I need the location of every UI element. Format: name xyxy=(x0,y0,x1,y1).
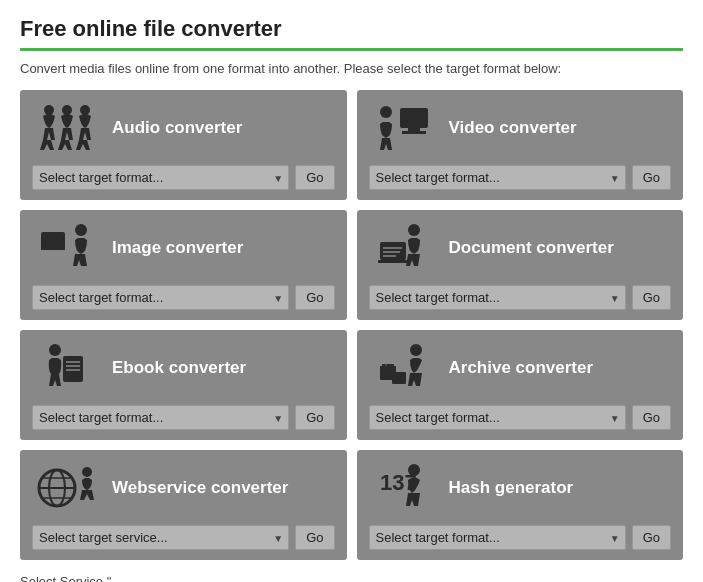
video-go-button[interactable]: Go xyxy=(632,165,671,190)
ebook-select-wrapper[interactable]: Select target format... xyxy=(32,405,289,430)
svg-text:137: 137 xyxy=(380,470,417,495)
webservice-go-button[interactable]: Go xyxy=(295,525,334,550)
hash-go-button[interactable]: Go xyxy=(632,525,671,550)
audio-card-title: Audio converter xyxy=(112,118,242,138)
ebook-format-select[interactable]: Select target format... xyxy=(32,405,289,430)
audio-go-button[interactable]: Go xyxy=(295,165,334,190)
image-card-title: Image converter xyxy=(112,238,243,258)
svg-point-9 xyxy=(75,224,87,236)
document-card-title: Document converter xyxy=(449,238,614,258)
page-subtitle: Convert media files online from one form… xyxy=(20,61,683,76)
ebook-card: Ebook converter Select target format... … xyxy=(20,330,347,440)
archive-card-header: Archive converter xyxy=(369,340,672,395)
svg-rect-12 xyxy=(378,260,408,263)
hash-card: 137 Hash generator Select target format.… xyxy=(357,450,684,560)
audio-card-header: Audio converter xyxy=(32,100,335,155)
webservice-card-title: Webservice converter xyxy=(112,478,288,498)
video-card-title: Video converter xyxy=(449,118,577,138)
video-card: Video converter Select target format... … xyxy=(357,90,684,200)
hash-card-header: 137 Hash generator xyxy=(369,460,672,515)
svg-point-6 xyxy=(380,106,392,118)
audio-card-footer: Select target format... Go xyxy=(32,165,335,190)
audio-card: Audio converter Select target format... … xyxy=(20,90,347,200)
archive-select-wrapper[interactable]: Select target format... xyxy=(369,405,626,430)
document-go-button[interactable]: Go xyxy=(632,285,671,310)
hash-card-footer: Select target format... Go xyxy=(369,525,672,550)
image-go-button[interactable]: Go xyxy=(295,285,334,310)
video-icon xyxy=(369,100,439,155)
webservice-format-select[interactable]: Select target service... xyxy=(32,525,289,550)
archive-card: Archive converter Select target format..… xyxy=(357,330,684,440)
hash-select-wrapper[interactable]: Select target format... xyxy=(369,525,626,550)
image-icon xyxy=(32,220,102,275)
svg-rect-25 xyxy=(392,372,406,384)
webservice-icon xyxy=(32,460,102,515)
svg-point-1 xyxy=(62,105,72,115)
document-select-wrapper[interactable]: Select target format... xyxy=(369,285,626,310)
hash-card-title: Hash generator xyxy=(449,478,574,498)
image-card-footer: Select target format... Go xyxy=(32,285,335,310)
archive-card-footer: Select target format... Go xyxy=(369,405,672,430)
ebook-card-footer: Select target format... Go xyxy=(32,405,335,430)
svg-point-32 xyxy=(82,467,92,477)
video-select-wrapper[interactable]: Select target format... xyxy=(369,165,626,190)
video-card-footer: Select target format... Go xyxy=(369,165,672,190)
svg-point-21 xyxy=(71,375,75,379)
ebook-card-header: Ebook converter xyxy=(32,340,335,395)
ebook-go-button[interactable]: Go xyxy=(295,405,334,430)
svg-rect-24 xyxy=(382,364,394,368)
archive-format-select[interactable]: Select target format... xyxy=(369,405,626,430)
image-card: Image converter Select target format... … xyxy=(20,210,347,320)
svg-point-22 xyxy=(410,344,422,356)
svg-point-16 xyxy=(49,344,61,356)
document-icon xyxy=(369,220,439,275)
document-card-footer: Select target format... Go xyxy=(369,285,672,310)
converter-grid: Audio converter Select target format... … xyxy=(20,90,683,560)
image-card-header: Image converter xyxy=(32,220,335,275)
svg-point-10 xyxy=(408,224,420,236)
image-select-wrapper[interactable]: Select target format... xyxy=(32,285,289,310)
title-divider xyxy=(20,48,683,51)
hash-icon: 137 xyxy=(369,460,439,515)
svg-rect-4 xyxy=(408,128,420,131)
image-format-select[interactable]: Select target format... xyxy=(32,285,289,310)
document-card-header: Document converter xyxy=(369,220,672,275)
webservice-card-footer: Select target service... Go xyxy=(32,525,335,550)
svg-rect-5 xyxy=(402,131,426,134)
video-card-header: Video converter xyxy=(369,100,672,155)
document-card: Document converter Select target format.… xyxy=(357,210,684,320)
hash-format-select[interactable]: Select target format... xyxy=(369,525,626,550)
video-format-select[interactable]: Select target format... xyxy=(369,165,626,190)
svg-point-0 xyxy=(44,105,54,115)
ebook-icon xyxy=(32,340,102,395)
archive-icon xyxy=(369,340,439,395)
ebook-card-title: Ebook converter xyxy=(112,358,246,378)
audio-icon xyxy=(32,100,102,155)
webservice-card: Webservice converter Select target servi… xyxy=(20,450,347,560)
document-format-select[interactable]: Select target format... xyxy=(369,285,626,310)
svg-rect-3 xyxy=(400,108,428,128)
archive-card-title: Archive converter xyxy=(449,358,594,378)
bottom-text: Select Service " xyxy=(20,574,683,582)
svg-point-2 xyxy=(80,105,90,115)
svg-rect-11 xyxy=(380,242,406,260)
audio-select-wrapper[interactable]: Select target format... xyxy=(32,165,289,190)
audio-format-select[interactable]: Select target format... xyxy=(32,165,289,190)
page-title: Free online file converter xyxy=(20,16,683,42)
archive-go-button[interactable]: Go xyxy=(632,405,671,430)
webservice-select-wrapper[interactable]: Select target service... xyxy=(32,525,289,550)
webservice-card-header: Webservice converter xyxy=(32,460,335,515)
